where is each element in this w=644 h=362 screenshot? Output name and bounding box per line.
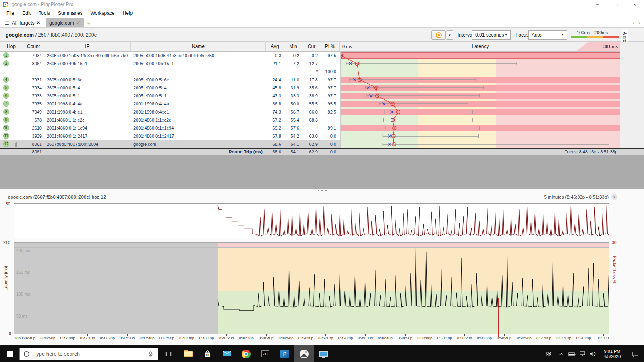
menu-item-file[interactable]: File (2, 9, 18, 18)
interval-value: 0.01 seconds (475, 32, 504, 38)
interval-label: Interval (458, 28, 473, 42)
col-min[interactable]: Min (284, 42, 302, 51)
col-count[interactable]: Count (23, 42, 44, 51)
table-row[interactable]: -*100.0 (0, 68, 340, 76)
cell-count: 2610 (23, 124, 44, 132)
cell-cur: 55.5 (302, 100, 321, 108)
col-hop[interactable]: Hop (0, 42, 23, 51)
table-row[interactable]: 96782001:4860:1:1::c2c2001:4860:1:1::c2c… (0, 116, 340, 124)
menu-item-tools[interactable]: Tools (35, 9, 54, 18)
time-label: 8:49:00p (298, 336, 313, 340)
battery-button[interactable] (567, 345, 577, 362)
cell-cur: 63.0 (302, 132, 321, 140)
table-row[interactable]: 1026102001:4860:0:1::1c942001:4860:0:1::… (0, 124, 340, 132)
pingplotter-taskbar-button[interactable]: P (275, 345, 294, 362)
search-box[interactable]: Type here to search (19, 348, 158, 360)
interval-select[interactable]: 0.01 seconds ▼ (472, 30, 511, 40)
tray-expand-button[interactable] (556, 345, 567, 362)
col-cur[interactable]: Cur (302, 42, 321, 51)
cell-count: 7931 (23, 76, 44, 84)
cell-cur: 12.7 (302, 60, 321, 68)
table-row[interactable]: 879492001:1998:0:4::e12001:1998:0:4::e17… (0, 108, 340, 116)
cell-avg: 67.8 (266, 132, 284, 140)
splitter-handle-icon[interactable] (318, 190, 327, 191)
hop-number-badge: 8 (3, 109, 9, 115)
col-name[interactable]: Name (131, 42, 266, 51)
maximize-button[interactable]: □ (607, 0, 625, 9)
menu-item-edit[interactable]: Edit (18, 9, 35, 18)
network-button[interactable] (577, 345, 588, 362)
bar-chart-icon (14, 142, 17, 147)
hop-number-badge: 5 (3, 85, 9, 91)
clock-date: 4/5/2020 (598, 354, 626, 359)
action-center-button[interactable] (626, 345, 644, 362)
range-dropdown-icon[interactable]: ▼ (611, 194, 617, 200)
table-row[interactable]: 579342605:e000:0:5::42605:e000:0:5::445.… (0, 84, 340, 92)
battery-icon (568, 351, 576, 357)
close-button[interactable]: ✕ (625, 0, 644, 9)
table-row[interactable]: 280642605:e000:40b:15::12605:e000:40b:15… (0, 60, 340, 68)
start-button[interactable] (0, 345, 19, 362)
cell-count: 7949 (23, 108, 44, 116)
cell-pl: 0.0 (321, 132, 340, 140)
menu-bar: FileEditToolsSummariesWorkspaceHelp (0, 9, 644, 18)
network-icon (579, 351, 586, 357)
time-label: 8:48:50p (278, 336, 293, 340)
close-tab-icon[interactable]: ✕ (37, 21, 40, 25)
minimize-button[interactable]: ─ (588, 0, 607, 9)
focus-select[interactable]: Auto ▼ (528, 30, 567, 40)
menu-item-workspace[interactable]: Workspace (87, 9, 119, 18)
tab-scroll-right-icon[interactable]: › (638, 20, 640, 26)
menu-item-help[interactable]: Help (119, 9, 137, 18)
cell-avg: 47.3 (266, 92, 284, 100)
table-row[interactable]: 179342605:e000:1b05:44e3:ce40:d0ff:fe6e:… (0, 52, 340, 60)
file-explorer-button[interactable] (178, 345, 198, 362)
cell-avg (266, 68, 284, 76)
timeline-range[interactable]: 5 minutes (8:46:33p - 8:51:33p) (544, 194, 609, 199)
cell-pl: 97.5 (321, 52, 340, 60)
people-button[interactable] (540, 345, 556, 362)
store-button[interactable] (198, 345, 217, 362)
table-row[interactable]: 1280612607:f8b0:4007:800::200egoogle.com… (0, 140, 340, 148)
splitter-area[interactable] (0, 155, 644, 189)
table-row[interactable]: 479312605:e000:0:5::6c2605:e000:0:5::6c2… (0, 76, 340, 84)
photos-icon (300, 350, 309, 358)
tab-google-com[interactable]: google.com ✓ (46, 18, 84, 27)
volume-button[interactable] (588, 345, 598, 362)
mail-button[interactable] (217, 345, 236, 362)
pause-dropdown-button[interactable]: ▼ (446, 30, 453, 40)
col-avg[interactable]: Avg (266, 42, 284, 51)
cell-count (23, 68, 44, 76)
hop-number-badge: 2 (3, 60, 9, 66)
task-view-button[interactable] (159, 345, 178, 362)
microphone-icon[interactable] (147, 351, 154, 357)
cell-min: 33.3 (284, 92, 302, 100)
cell-name: 2001:4860:1:1::c2c (131, 116, 266, 124)
cell-pl: 95.5 (321, 100, 340, 108)
photos-button[interactable] (294, 345, 314, 362)
time-label: 8:47:20p (100, 336, 115, 340)
tab-google-com-label: google.com (49, 20, 74, 26)
cell-name: 2001:1998:0:4::4a (131, 100, 266, 108)
tab-scroll-left-icon[interactable]: ‹ (633, 20, 634, 26)
chrome-button[interactable] (236, 345, 256, 362)
cell-name: 2605:e000:1b05:44e3:ce40:d0ff:fe6e:750 (131, 52, 266, 60)
cmd-button[interactable]: C:\_ (256, 345, 275, 362)
col-ip[interactable]: IP (44, 42, 131, 51)
packet-loss-axis-label: Packet Loss % (612, 256, 617, 283)
table-row[interactable]: 679332605:e000:0:5::12605:e000:0:5::147.… (0, 92, 340, 100)
tab-all-targets[interactable]: All Targets ✕ (9, 18, 43, 27)
hamburger-icon[interactable]: ☰ (5, 20, 9, 26)
new-tab-button[interactable]: + (87, 19, 91, 26)
window-title: google.com - PingPlotter Pro (12, 2, 73, 7)
latency-graph (340, 52, 620, 148)
table-row[interactable]: 779352001:1998:0:4::4a2001:1998:0:4::4a6… (0, 100, 340, 108)
pc-app-button[interactable] (314, 345, 333, 362)
table-row[interactable]: 1139392001:4860:0:1::24172001:4860:0:1::… (0, 132, 340, 140)
pause-button[interactable] (431, 30, 446, 40)
menu-item-summaries[interactable]: Summaries (54, 9, 87, 18)
taskbar-clock[interactable]: 9:01 PM 4/5/2020 (598, 349, 626, 359)
packet-loss-axis-max: 30 (612, 240, 617, 245)
col-pl[interactable]: PL% (321, 42, 340, 51)
chevron-down-icon: ▼ (505, 31, 508, 39)
